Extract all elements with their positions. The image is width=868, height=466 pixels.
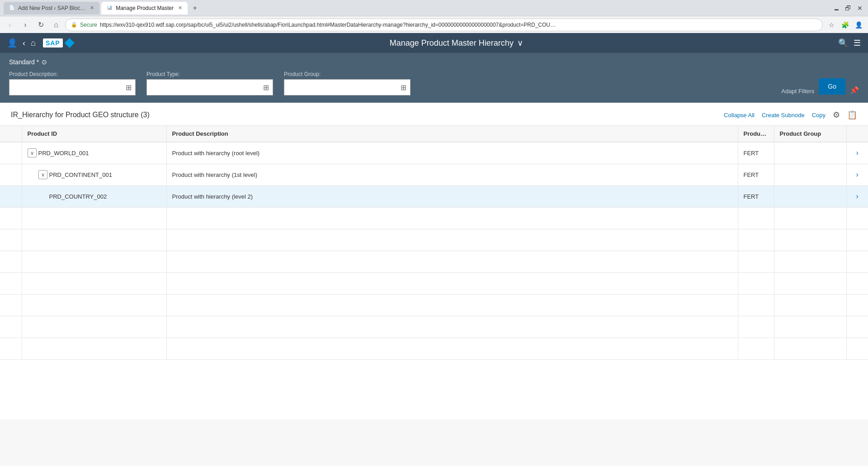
sap-logo-text: SAP: [43, 38, 63, 48]
title-chevron[interactable]: ∨: [517, 38, 523, 48]
row2-product-id: ∨ PRD_CONTINENT_001: [22, 164, 166, 185]
standard-label[interactable]: Standard * ⊙: [9, 58, 47, 66]
product-description-label: Product Description:: [9, 71, 136, 77]
table-header: IR_Hierarchy for Product GEO structure (…: [0, 103, 868, 126]
tab1-favicon: 📄: [9, 5, 15, 11]
header-back-button[interactable]: ‹: [23, 38, 25, 48]
tab2-close[interactable]: ✕: [178, 5, 182, 11]
table-row: [0, 272, 868, 294]
row1-toggle[interactable]: ∨: [28, 148, 37, 157]
collapse-all-button[interactable]: Collapse All: [724, 112, 755, 119]
product-description-picker[interactable]: ⊞: [126, 83, 132, 92]
row1-description: Product with hierarchy (root level): [166, 142, 738, 164]
row2-toggle[interactable]: ∨: [38, 170, 47, 179]
row2-nav-arrow[interactable]: ›: [856, 171, 859, 178]
user-icon[interactable]: 👤: [7, 38, 17, 48]
row1-tree-cell: ∨ PRD_WORLD_001: [28, 148, 161, 157]
table-row: [0, 338, 868, 359]
profile-button[interactable]: 👤: [853, 19, 864, 31]
lock-icon: 🔒: [71, 22, 77, 28]
col-header-product-description: Product Description: [166, 126, 738, 142]
col-header-product-group: Product Group: [774, 126, 846, 142]
browser-tab-1[interactable]: 📄 Add New Post ‹ SAP Bloc… ✕: [4, 2, 99, 14]
product-group-picker[interactable]: ⊞: [401, 83, 406, 92]
browser-tab-2[interactable]: 📊 Manage Product Master ✕: [101, 2, 188, 14]
row1-nav-arrow[interactable]: ›: [856, 149, 859, 157]
pin-button[interactable]: 📌: [850, 86, 859, 95]
filter-bar: Standard * ⊙ Product Description: ⊞ Prod…: [0, 53, 868, 103]
header-home-button[interactable]: ⌂: [31, 38, 36, 48]
browser-titlebar: 📄 Add New Post ‹ SAP Bloc… ✕ 📊 Manage Pr…: [0, 0, 868, 16]
app-title-text: Manage Product Master Hierarchy: [390, 38, 514, 48]
bookmark-button[interactable]: ☆: [826, 19, 837, 31]
table-header-row: Product ID Product Description Produ… Pr…: [0, 126, 868, 142]
data-table: Product ID Product Description Produ… Pr…: [0, 126, 868, 360]
table-row: ∨ PRD_CONTINENT_001 Product with hierarc…: [0, 164, 868, 185]
table-row: [0, 229, 868, 251]
table-row: ∨ PRD_WORLD_001 Product with hierarchy (…: [0, 142, 868, 164]
go-button[interactable]: Go: [819, 78, 845, 95]
col-header-product-type: Produ…: [738, 126, 774, 142]
sap-logo-diamond: [65, 38, 75, 48]
row3-check: [0, 185, 22, 207]
row2-description: Product with hierarchy (1st level): [166, 164, 738, 185]
standard-label-text: Standard *: [9, 58, 39, 66]
filter-field-product-description: Product Description: ⊞: [9, 71, 136, 95]
app-header: 👤 ‹ ⌂ SAP Manage Product Master Hierarch…: [0, 33, 868, 53]
fullscreen-icon[interactable]: 📋: [847, 110, 857, 120]
row1-check: [0, 142, 22, 164]
table-section: IR_Hierarchy for Product GEO structure (…: [0, 103, 868, 360]
table-row: [0, 251, 868, 272]
address-bar: 🔒 Secure https://wxv310-qex910.wdf.sap.c…: [65, 19, 823, 31]
product-type-input[interactable]: [151, 84, 261, 91]
row2-group: [774, 164, 846, 185]
row2-nav[interactable]: ›: [846, 164, 868, 185]
row3-tree-cell: PRD_COUNTRY_002: [49, 193, 161, 200]
adapt-filters-button[interactable]: Adapt Filters: [781, 88, 814, 95]
row1-nav[interactable]: ›: [846, 142, 868, 164]
new-tab-button[interactable]: +: [189, 3, 200, 14]
close-button[interactable]: ✕: [855, 5, 864, 12]
create-subnode-button[interactable]: Create Subnode: [762, 112, 805, 119]
col-header-nav: [846, 126, 868, 142]
product-description-input[interactable]: [13, 84, 124, 91]
header-search-button[interactable]: 🔍: [838, 38, 848, 48]
filter-field-product-group: Product Group: ⊞: [284, 71, 410, 95]
row3-description: Product with hierarchy (level 2): [166, 185, 738, 207]
product-group-input[interactable]: [288, 84, 399, 91]
tab1-close[interactable]: ✕: [90, 5, 94, 11]
row3-nav[interactable]: ›: [846, 185, 868, 207]
extensions-button[interactable]: 🧩: [839, 19, 851, 31]
table-row: PRD_COUNTRY_002 Product with hierarchy (…: [0, 185, 868, 207]
product-group-input-wrap: ⊞: [284, 79, 410, 95]
header-menu-button[interactable]: ☰: [854, 38, 861, 48]
standard-chevron: ⊙: [42, 58, 47, 66]
window-controls: 🗕 🗗 ✕: [832, 5, 864, 12]
table-actions: Collapse All Create Subnode Copy ⚙ 📋: [724, 110, 857, 120]
minimize-button[interactable]: 🗕: [832, 5, 841, 12]
app-title: Manage Product Master Hierarchy ∨: [80, 38, 833, 48]
browser-chrome: 📄 Add New Post ‹ SAP Bloc… ✕ 📊 Manage Pr…: [0, 0, 868, 33]
copy-button[interactable]: Copy: [812, 112, 826, 119]
filter-bar-standard-row: Standard * ⊙: [9, 58, 859, 66]
table-row: [0, 207, 868, 229]
reload-button[interactable]: ↻: [34, 19, 47, 31]
product-description-input-wrap: ⊞: [9, 79, 136, 95]
product-type-input-wrap: ⊞: [146, 79, 273, 95]
row3-type: FERT: [738, 185, 774, 207]
row3-nav-arrow[interactable]: ›: [856, 192, 859, 200]
filter-field-product-type: Product Type: ⊞: [146, 71, 273, 95]
product-type-picker[interactable]: ⊞: [263, 83, 269, 92]
filter-actions: Adapt Filters Go 📌: [781, 78, 859, 95]
url-text[interactable]: https://wxv310-qex910.wdf.sap.corp/sap/b…: [100, 22, 817, 28]
table-title: IR_Hierarchy for Product GEO structure (…: [11, 111, 150, 119]
secure-label: Secure: [80, 22, 97, 28]
forward-button[interactable]: ›: [19, 19, 32, 31]
back-button[interactable]: ‹: [4, 19, 16, 31]
home-button[interactable]: ⌂: [50, 19, 62, 31]
sap-logo: SAP: [43, 38, 75, 48]
maximize-button[interactable]: 🗗: [844, 5, 853, 12]
row2-check: [0, 164, 22, 185]
settings-icon[interactable]: ⚙: [833, 110, 840, 120]
row2-tree-cell: ∨ PRD_CONTINENT_001: [38, 170, 161, 179]
